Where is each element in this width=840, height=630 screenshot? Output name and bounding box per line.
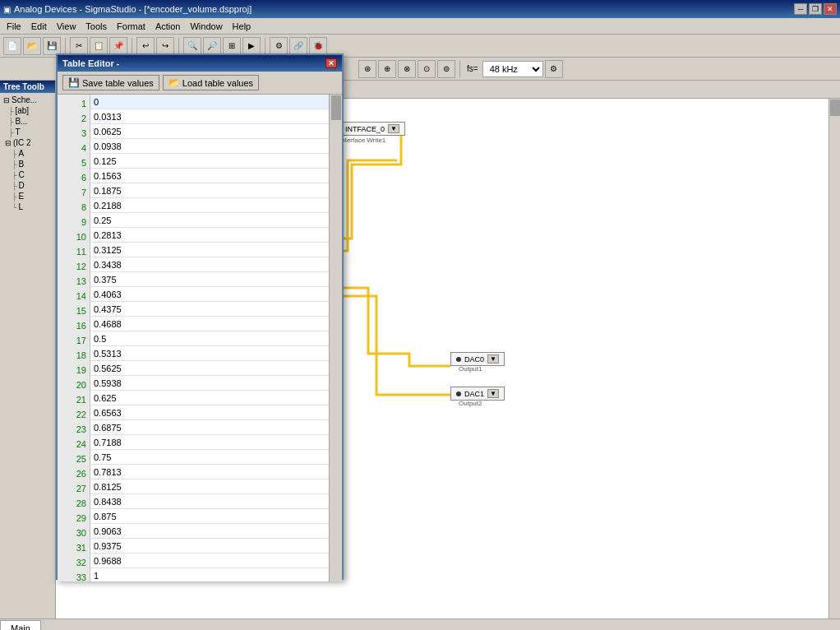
debug-btn[interactable]: 🐞 [309, 37, 327, 55]
menu-action[interactable]: Action [150, 20, 186, 33]
freq-btn3[interactable]: ⊗ [398, 60, 416, 78]
open-btn[interactable]: 📂 [23, 37, 41, 55]
table-row-15[interactable]: 0.4375 [90, 302, 329, 317]
dialog-close-btn[interactable]: ✕ [325, 58, 337, 68]
table-row-22[interactable]: 0.6563 [90, 405, 329, 420]
sidebar-item-3[interactable]: ├ T [2, 127, 53, 137]
save-btn[interactable]: 💾 [43, 37, 61, 55]
table-row-8[interactable]: 0.2188 [90, 198, 329, 213]
table-row-12[interactable]: 0.3438 [90, 257, 329, 272]
restore-button[interactable]: ❐ [809, 3, 822, 15]
zoom-in-btn[interactable]: 🔍 [183, 37, 201, 55]
table-row-7[interactable]: 0.1875 [90, 183, 329, 198]
dac0-label: DAC0 [464, 355, 484, 364]
table-row-33[interactable]: 1 [90, 568, 329, 581]
row-num-2: 2 [58, 111, 90, 126]
sidebar-item-5[interactable]: ├ A [2, 148, 53, 159]
link-btn[interactable]: 🔗 [289, 37, 307, 55]
table-row-13[interactable]: 0.375 [90, 272, 329, 287]
load-table-btn[interactable]: 📂 Load table values [163, 75, 259, 90]
table-row-4[interactable]: 0.0938 [90, 139, 329, 154]
close-button[interactable]: ✕ [824, 3, 837, 15]
row-num-10: 10 [58, 229, 90, 244]
v-scrollbar-thumb[interactable] [830, 100, 840, 116]
menu-view[interactable]: View [52, 20, 81, 33]
table-value-3: 0.0625 [94, 127, 122, 137]
table-row-25[interactable]: 0.75 [90, 450, 329, 465]
table-row-24[interactable]: 0.7188 [90, 435, 329, 450]
sidebar-item-1[interactable]: ├ [ab] [2, 105, 53, 116]
zoom-out-btn[interactable]: 🔎 [203, 37, 221, 55]
table-row-1[interactable] [90, 95, 329, 109]
sidebar-item-10[interactable]: └ L [2, 202, 53, 212]
new-btn[interactable]: 📄 [3, 37, 21, 55]
compile-btn[interactable]: ⚙ [270, 37, 288, 55]
bottom-tab-main[interactable]: Main [0, 620, 41, 631]
dac1-dropdown[interactable]: ▼ [487, 389, 499, 398]
undo-btn[interactable]: ↩ [136, 37, 155, 55]
table-row-10[interactable]: 0.2813 [90, 228, 329, 243]
table-row-14[interactable]: 0.4063 [90, 287, 329, 302]
sidebar-item-9[interactable]: ├ E [2, 191, 53, 202]
table-row-9[interactable]: 0.25 [90, 213, 329, 228]
table-row-5[interactable]: 0.125 [90, 154, 329, 169]
dialog-scrollbar-thumb[interactable] [331, 95, 341, 120]
table-row-30[interactable]: 0.9063 [90, 524, 329, 539]
redo-btn[interactable]: ↪ [156, 37, 174, 55]
table-row-31[interactable]: 0.9375 [90, 539, 329, 554]
freq-btn2[interactable]: ⊕ [378, 60, 396, 78]
menu-window[interactable]: Window [185, 20, 227, 33]
intface-write-dropdown[interactable]: ▼ [388, 124, 399, 133]
table-row-29[interactable]: 0.875 [90, 509, 329, 524]
cut-btn[interactable]: ✂ [70, 37, 88, 55]
save-table-btn[interactable]: 💾 Save table values [62, 75, 159, 90]
table-row-6[interactable]: 0.1563 [90, 169, 329, 183]
sidebar-item-2[interactable]: ├ B... [2, 116, 53, 127]
row-num-31: 31 [58, 540, 90, 555]
menu-file[interactable]: File [2, 20, 26, 33]
v-scrollbar[interactable] [828, 99, 840, 618]
table-row-2[interactable]: 0.0313 [90, 109, 329, 124]
table-row-20[interactable]: 0.5938 [90, 376, 329, 391]
frequency-select[interactable]: 48 kHz 44.1 kHz 96 kHz 192 kHz [482, 61, 543, 77]
menu-help[interactable]: Help [228, 20, 256, 33]
table-row-3[interactable]: 0.0625 [90, 124, 329, 139]
minimize-button[interactable]: ─ [794, 3, 807, 15]
table-input-1[interactable] [94, 97, 329, 107]
copy-btn[interactable]: 📋 [90, 37, 108, 55]
table-value-7: 0.1875 [94, 186, 122, 196]
dac0-dropdown[interactable]: ▼ [487, 354, 499, 364]
freq-btn5[interactable]: ⊚ [437, 60, 455, 78]
table-row-26[interactable]: 0.7813 [90, 465, 329, 479]
freq-settings-btn[interactable]: ⚙ [545, 60, 563, 78]
menu-format[interactable]: Format [112, 20, 150, 33]
table-row-11[interactable]: 0.3125 [90, 243, 329, 257]
table-row-19[interactable]: 0.5625 [90, 361, 329, 376]
table-values[interactable]: 0.03130.06250.09380.1250.15630.18750.218… [90, 95, 329, 581]
sidebar-item-6[interactable]: ├ B [2, 159, 53, 169]
table-row-17[interactable]: 0.5 [90, 331, 329, 346]
freq-btn1[interactable]: ⊛ [358, 60, 376, 78]
run-btn[interactable]: ▶ [242, 37, 261, 55]
sidebar-item-7[interactable]: ├ C [2, 169, 53, 180]
dialog-scrollbar[interactable] [329, 95, 342, 581]
table-row-23[interactable]: 0.6875 [90, 420, 329, 435]
paste-btn[interactable]: 📌 [109, 37, 127, 55]
row-num-22: 22 [58, 407, 90, 422]
row-num-28: 28 [58, 496, 90, 511]
table-row-16[interactable]: 0.4688 [90, 317, 329, 331]
dialog-content: 1234567891011121314151617181920212223242… [58, 95, 342, 581]
table-row-21[interactable]: 0.625 [90, 391, 329, 405]
freq-btn4[interactable]: ⊙ [418, 60, 436, 78]
fit-btn[interactable]: ⊞ [223, 37, 241, 55]
table-row-32[interactable]: 0.9688 [90, 554, 329, 568]
sidebar-item-0[interactable]: ⊟ Sche... [2, 95, 53, 105]
menu-edit[interactable]: Edit [26, 20, 52, 33]
sidebar-item-4[interactable]: ⊟ (IC 2 [2, 137, 53, 148]
dialog-title-bar[interactable]: Table Editor - ✕ [58, 55, 342, 72]
table-row-18[interactable]: 0.5313 [90, 346, 329, 361]
table-row-27[interactable]: 0.8125 [90, 479, 329, 494]
table-row-28[interactable]: 0.8438 [90, 494, 329, 509]
menu-tools[interactable]: Tools [81, 20, 112, 33]
sidebar-item-8[interactable]: ├ D [2, 180, 53, 191]
